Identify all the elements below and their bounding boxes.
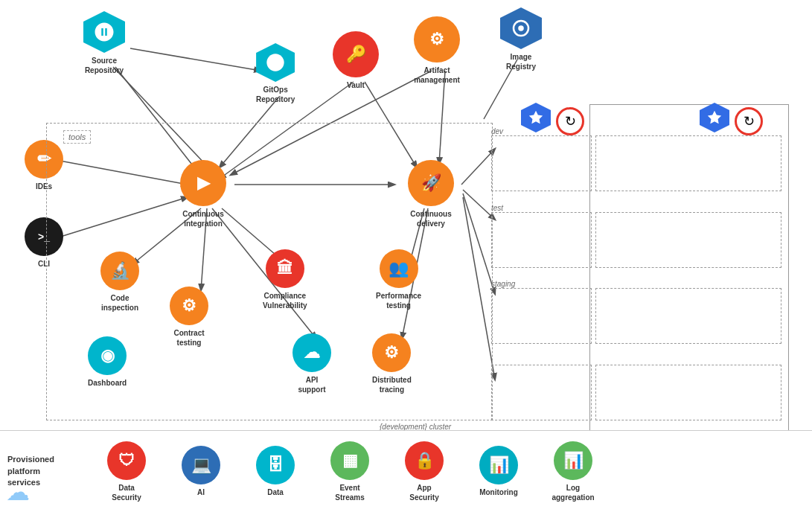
log-aggregation-label: Logaggregation: [552, 483, 594, 502]
event-streams-icon: ▦: [330, 441, 369, 480]
prod-env-box: [491, 365, 592, 420]
data-security-label: DataSecurity: [112, 483, 141, 502]
staging-env-box: [491, 288, 592, 344]
dev-env-label: dev: [491, 127, 503, 135]
vault-node: 🔑 Vault: [333, 31, 379, 90]
monitoring-icon: 📊: [479, 446, 518, 484]
svg-point-23: [518, 25, 524, 31]
test-env-box: [491, 212, 592, 268]
vault-label: Vault: [347, 80, 365, 90]
app-security-service: 🔒 AppSecurity: [387, 441, 461, 502]
artifact-mgmt-icon: ⚙: [414, 16, 460, 63]
ai-label: AI: [197, 487, 205, 497]
image-registry-node: ImageRegistry: [500, 7, 542, 71]
log-aggregation-service: 📊 Logaggregation: [536, 441, 610, 502]
staging-env-label: staging: [491, 279, 515, 288]
gitops-repo-label: GitOpsRepository: [256, 85, 295, 104]
source-repo-icon: [83, 11, 125, 53]
event-streams-label: EventStreams: [335, 483, 364, 502]
artifact-mgmt-label: Artifactmanagement: [414, 65, 460, 85]
app-security-label: AppSecurity: [409, 483, 438, 502]
image-registry-icon: [500, 7, 542, 49]
ai-icon: 💻: [182, 446, 220, 484]
source-repo-label: Source Repository: [74, 56, 134, 75]
dev-cluster-box: [46, 123, 493, 420]
vault-icon: 🔑: [333, 31, 379, 77]
app-security-icon: 🔒: [405, 441, 444, 480]
data-icon: 🗄: [256, 446, 295, 484]
monitoring-label: Monitoring: [479, 487, 518, 497]
ai-service: 💻 AI: [164, 446, 238, 497]
test-env-label: test: [491, 203, 503, 212]
k8s-prod-icon: ↻: [700, 103, 763, 135]
gitops-repo-icon: [256, 43, 295, 82]
diagram-container: tools Source Repository GitOpsRepository…: [0, 0, 812, 512]
artifact-mgmt-node: ⚙ Artifactmanagement: [414, 16, 460, 85]
prod-cluster-box: [589, 104, 789, 432]
image-registry-label: ImageRegistry: [506, 52, 536, 71]
cloud-icon: ☁: [6, 478, 30, 506]
data-service: 🗄 Data: [238, 446, 313, 497]
source-repo-node: Source Repository: [74, 11, 134, 75]
dev-env-box: [491, 135, 592, 191]
bottom-services-strip: Provisionedplatformservices ☁ 🛡 DataSecu…: [0, 430, 812, 512]
data-label: Data: [267, 487, 284, 497]
k8s-dev-icon: ↻: [521, 103, 584, 135]
event-streams-service: ▦ EventStreams: [313, 441, 387, 502]
gitops-repo-node: GitOpsRepository: [256, 43, 295, 104]
svg-line-8: [130, 48, 260, 71]
monitoring-service: 📊 Monitoring: [461, 446, 536, 497]
data-security-icon: 🛡: [107, 441, 146, 480]
log-aggregation-icon: 📊: [554, 441, 592, 480]
data-security-service: 🛡 DataSecurity: [89, 441, 164, 502]
